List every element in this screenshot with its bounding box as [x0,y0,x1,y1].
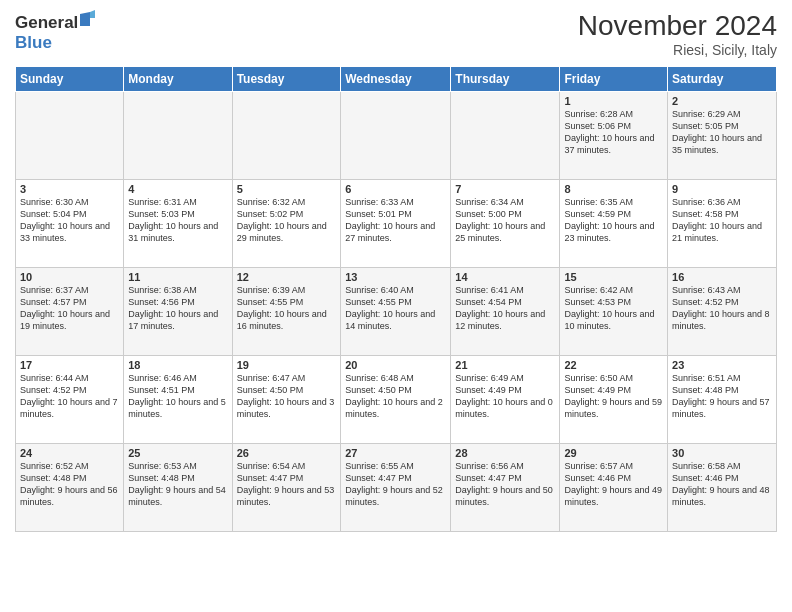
calendar-cell: 9Sunrise: 6:36 AM Sunset: 4:58 PM Daylig… [668,180,777,268]
calendar-cell: 1Sunrise: 6:28 AM Sunset: 5:06 PM Daylig… [560,92,668,180]
calendar-week-4: 17Sunrise: 6:44 AM Sunset: 4:52 PM Dayli… [16,356,777,444]
title-block: November 2024 Riesi, Sicily, Italy [578,10,777,58]
col-header-wednesday: Wednesday [341,67,451,92]
calendar-cell: 21Sunrise: 6:49 AM Sunset: 4:49 PM Dayli… [451,356,560,444]
calendar-cell: 11Sunrise: 6:38 AM Sunset: 4:56 PM Dayli… [124,268,232,356]
col-header-thursday: Thursday [451,67,560,92]
day-info: Sunrise: 6:32 AM Sunset: 5:02 PM Dayligh… [237,196,337,245]
calendar-cell: 28Sunrise: 6:56 AM Sunset: 4:47 PM Dayli… [451,444,560,532]
day-number: 25 [128,447,227,459]
calendar-cell: 10Sunrise: 6:37 AM Sunset: 4:57 PM Dayli… [16,268,124,356]
day-number: 3 [20,183,119,195]
day-info: Sunrise: 6:51 AM Sunset: 4:48 PM Dayligh… [672,372,772,421]
day-number: 14 [455,271,555,283]
svg-marker-3 [90,10,95,18]
calendar-cell [232,92,341,180]
day-info: Sunrise: 6:31 AM Sunset: 5:03 PM Dayligh… [128,196,227,245]
page: GeneralBlue November 2024 Riesi, Sicily,… [0,0,792,612]
day-info: Sunrise: 6:49 AM Sunset: 4:49 PM Dayligh… [455,372,555,421]
day-number: 5 [237,183,337,195]
calendar-cell: 8Sunrise: 6:35 AM Sunset: 4:59 PM Daylig… [560,180,668,268]
day-info: Sunrise: 6:52 AM Sunset: 4:48 PM Dayligh… [20,460,119,509]
day-info: Sunrise: 6:39 AM Sunset: 4:55 PM Dayligh… [237,284,337,333]
day-info: Sunrise: 6:33 AM Sunset: 5:01 PM Dayligh… [345,196,446,245]
day-info: Sunrise: 6:41 AM Sunset: 4:54 PM Dayligh… [455,284,555,333]
calendar-cell: 3Sunrise: 6:30 AM Sunset: 5:04 PM Daylig… [16,180,124,268]
calendar-cell: 30Sunrise: 6:58 AM Sunset: 4:46 PM Dayli… [668,444,777,532]
day-number: 22 [564,359,663,371]
day-info: Sunrise: 6:40 AM Sunset: 4:55 PM Dayligh… [345,284,446,333]
calendar-week-1: 1Sunrise: 6:28 AM Sunset: 5:06 PM Daylig… [16,92,777,180]
month-title: November 2024 [578,10,777,42]
day-number: 13 [345,271,446,283]
header: GeneralBlue November 2024 Riesi, Sicily,… [15,10,777,58]
day-number: 16 [672,271,772,283]
day-info: Sunrise: 6:36 AM Sunset: 4:58 PM Dayligh… [672,196,772,245]
day-number: 18 [128,359,227,371]
day-number: 20 [345,359,446,371]
day-number: 23 [672,359,772,371]
calendar-cell: 24Sunrise: 6:52 AM Sunset: 4:48 PM Dayli… [16,444,124,532]
day-info: Sunrise: 6:43 AM Sunset: 4:52 PM Dayligh… [672,284,772,333]
calendar-cell: 4Sunrise: 6:31 AM Sunset: 5:03 PM Daylig… [124,180,232,268]
day-number: 28 [455,447,555,459]
day-number: 4 [128,183,227,195]
day-number: 29 [564,447,663,459]
day-info: Sunrise: 6:37 AM Sunset: 4:57 PM Dayligh… [20,284,119,333]
day-info: Sunrise: 6:48 AM Sunset: 4:50 PM Dayligh… [345,372,446,421]
calendar-cell: 20Sunrise: 6:48 AM Sunset: 4:50 PM Dayli… [341,356,451,444]
day-info: Sunrise: 6:54 AM Sunset: 4:47 PM Dayligh… [237,460,337,509]
calendar-week-3: 10Sunrise: 6:37 AM Sunset: 4:57 PM Dayli… [16,268,777,356]
svg-marker-2 [80,12,90,26]
day-number: 27 [345,447,446,459]
calendar-week-5: 24Sunrise: 6:52 AM Sunset: 4:48 PM Dayli… [16,444,777,532]
day-number: 10 [20,271,119,283]
day-number: 9 [672,183,772,195]
calendar-cell: 18Sunrise: 6:46 AM Sunset: 4:51 PM Dayli… [124,356,232,444]
calendar-cell: 17Sunrise: 6:44 AM Sunset: 4:52 PM Dayli… [16,356,124,444]
day-number: 6 [345,183,446,195]
col-header-sunday: Sunday [16,67,124,92]
day-number: 11 [128,271,227,283]
day-info: Sunrise: 6:28 AM Sunset: 5:06 PM Dayligh… [564,108,663,157]
calendar-cell: 12Sunrise: 6:39 AM Sunset: 4:55 PM Dayli… [232,268,341,356]
calendar-cell: 13Sunrise: 6:40 AM Sunset: 4:55 PM Dayli… [341,268,451,356]
calendar-cell [16,92,124,180]
col-header-tuesday: Tuesday [232,67,341,92]
col-header-monday: Monday [124,67,232,92]
day-info: Sunrise: 6:55 AM Sunset: 4:47 PM Dayligh… [345,460,446,509]
location: Riesi, Sicily, Italy [578,42,777,58]
logo-svg: GeneralBlue [15,10,95,54]
day-info: Sunrise: 6:53 AM Sunset: 4:48 PM Dayligh… [128,460,227,509]
calendar-cell: 14Sunrise: 6:41 AM Sunset: 4:54 PM Dayli… [451,268,560,356]
day-info: Sunrise: 6:50 AM Sunset: 4:49 PM Dayligh… [564,372,663,421]
calendar-cell: 19Sunrise: 6:47 AM Sunset: 4:50 PM Dayli… [232,356,341,444]
calendar-cell: 27Sunrise: 6:55 AM Sunset: 4:47 PM Dayli… [341,444,451,532]
calendar-cell: 2Sunrise: 6:29 AM Sunset: 5:05 PM Daylig… [668,92,777,180]
day-number: 24 [20,447,119,459]
day-info: Sunrise: 6:38 AM Sunset: 4:56 PM Dayligh… [128,284,227,333]
day-number: 17 [20,359,119,371]
calendar-cell: 5Sunrise: 6:32 AM Sunset: 5:02 PM Daylig… [232,180,341,268]
calendar-cell: 16Sunrise: 6:43 AM Sunset: 4:52 PM Dayli… [668,268,777,356]
day-info: Sunrise: 6:57 AM Sunset: 4:46 PM Dayligh… [564,460,663,509]
day-number: 21 [455,359,555,371]
calendar-cell: 7Sunrise: 6:34 AM Sunset: 5:00 PM Daylig… [451,180,560,268]
col-header-friday: Friday [560,67,668,92]
day-info: Sunrise: 6:35 AM Sunset: 4:59 PM Dayligh… [564,196,663,245]
day-number: 30 [672,447,772,459]
day-info: Sunrise: 6:47 AM Sunset: 4:50 PM Dayligh… [237,372,337,421]
day-number: 15 [564,271,663,283]
day-info: Sunrise: 6:44 AM Sunset: 4:52 PM Dayligh… [20,372,119,421]
day-info: Sunrise: 6:29 AM Sunset: 5:05 PM Dayligh… [672,108,772,157]
calendar-header-row: SundayMondayTuesdayWednesdayThursdayFrid… [16,67,777,92]
day-info: Sunrise: 6:58 AM Sunset: 4:46 PM Dayligh… [672,460,772,509]
day-number: 19 [237,359,337,371]
day-number: 26 [237,447,337,459]
calendar-cell: 23Sunrise: 6:51 AM Sunset: 4:48 PM Dayli… [668,356,777,444]
col-header-saturday: Saturday [668,67,777,92]
calendar-cell: 6Sunrise: 6:33 AM Sunset: 5:01 PM Daylig… [341,180,451,268]
day-info: Sunrise: 6:42 AM Sunset: 4:53 PM Dayligh… [564,284,663,333]
calendar-cell: 29Sunrise: 6:57 AM Sunset: 4:46 PM Dayli… [560,444,668,532]
calendar-week-2: 3Sunrise: 6:30 AM Sunset: 5:04 PM Daylig… [16,180,777,268]
